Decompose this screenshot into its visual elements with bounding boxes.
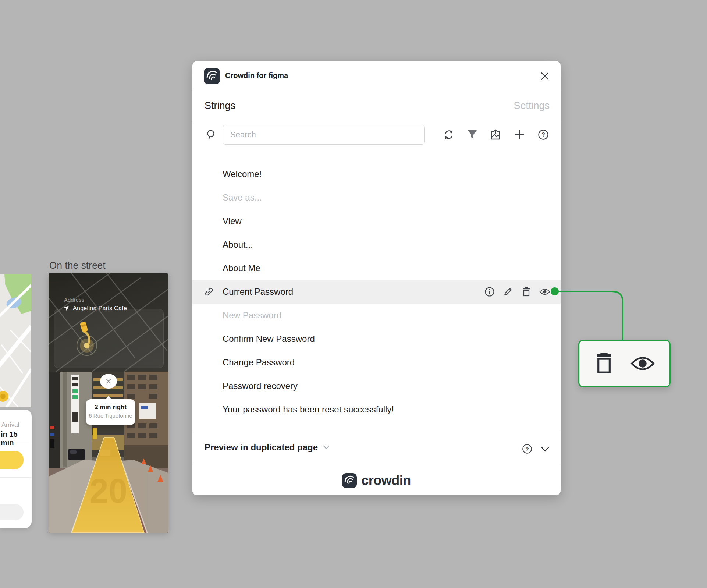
search-icon bbox=[206, 129, 217, 140]
list-item[interactable]: Password recovery bbox=[192, 374, 561, 398]
secondary-button-partial[interactable] bbox=[0, 504, 24, 520]
navigation-arrow-icon bbox=[63, 305, 69, 311]
link-icon bbox=[204, 287, 214, 297]
sync-icon[interactable] bbox=[443, 129, 455, 141]
dialog-footer: crowdin bbox=[192, 465, 561, 496]
list-item-label: Save as... bbox=[223, 192, 262, 203]
list-item-label: Confirm New Password bbox=[223, 334, 315, 344]
list-item-label: Password recovery bbox=[223, 381, 298, 391]
crowdin-plugin-dialog: Crowdin for figma Strings Settings bbox=[192, 61, 561, 495]
help-icon[interactable]: ? bbox=[537, 129, 549, 141]
svg-text:?: ? bbox=[541, 132, 545, 138]
list-item-label: New Password bbox=[223, 310, 281, 320]
list-item-label: About Me bbox=[223, 263, 260, 273]
close-icon bbox=[106, 379, 111, 384]
list-item[interactable]: View bbox=[192, 209, 561, 233]
list-item[interactable]: Welcome! bbox=[192, 162, 561, 186]
export-image-icon[interactable] bbox=[490, 129, 501, 141]
tab-settings[interactable]: Settings bbox=[514, 100, 550, 111]
ar-map-overlay: Address Angelina Paris Cafe bbox=[49, 273, 168, 372]
address-label: Address bbox=[64, 297, 84, 303]
delete-icon[interactable] bbox=[521, 286, 532, 297]
info-icon[interactable] bbox=[484, 286, 495, 297]
preview-icon[interactable] bbox=[630, 355, 655, 372]
arrival-card-partial: Arrival in 15 min bbox=[0, 410, 32, 528]
tab-strings[interactable]: Strings bbox=[205, 100, 235, 111]
list-item[interactable]: About... bbox=[192, 233, 561, 256]
direction-title: 2 min right bbox=[86, 404, 135, 411]
direction-card: 2 min right 6 Rue Tiquetonne bbox=[86, 399, 135, 425]
actions-tooltip bbox=[578, 340, 671, 387]
list-item[interactable]: About Me bbox=[192, 256, 561, 280]
list-item[interactable]: Save as... bbox=[192, 186, 561, 209]
collapse-chevron-icon[interactable] bbox=[540, 444, 550, 454]
list-item[interactable]: Your password has been reset successfull… bbox=[192, 398, 561, 421]
help-icon[interactable]: ? bbox=[522, 443, 533, 454]
search-input[interactable] bbox=[223, 125, 425, 145]
arrival-time: in 15 min bbox=[1, 430, 32, 447]
divider bbox=[0, 444, 32, 444]
map-glass-card bbox=[54, 309, 164, 368]
phone-mockup: Address Angelina Paris Cafe bbox=[49, 273, 168, 533]
divider bbox=[0, 477, 32, 478]
list-item[interactable]: Change Password bbox=[192, 351, 561, 374]
add-icon[interactable] bbox=[514, 129, 525, 141]
preview-mode-label: Preview in duplicated page bbox=[205, 442, 318, 453]
list-item-label: Current Password bbox=[223, 287, 293, 297]
list-item-label: Your password has been reset successfull… bbox=[223, 404, 394, 415]
list-item-label: Change Password bbox=[223, 357, 295, 368]
dialog-title: Crowdin for figma bbox=[225, 71, 288, 80]
ar-street-view: 20 2 min right 6 Rue Tiquetonne bbox=[49, 372, 168, 533]
crowdin-logo-icon bbox=[342, 473, 357, 488]
arrival-label: Arrival bbox=[1, 421, 19, 429]
list-item[interactable]: New Password bbox=[192, 304, 561, 327]
primary-button-partial[interactable] bbox=[0, 451, 24, 469]
map-screenshot-partial bbox=[0, 274, 31, 407]
preview-bar: Preview in duplicated page ? bbox=[192, 430, 561, 465]
list-item-label: View bbox=[223, 216, 242, 226]
svg-text:?: ? bbox=[525, 446, 529, 452]
toolbar: ? bbox=[192, 121, 561, 162]
strings-list: Welcome! Save as... View About... About … bbox=[192, 162, 561, 430]
address-value: Angelina Paris Cafe bbox=[73, 305, 127, 312]
list-item[interactable]: Confirm New Password bbox=[192, 327, 561, 351]
filter-icon[interactable] bbox=[466, 129, 478, 141]
ar-close-button[interactable] bbox=[100, 374, 117, 389]
preview-icon[interactable] bbox=[539, 286, 550, 297]
chevron-down-icon bbox=[323, 445, 330, 450]
close-icon[interactable] bbox=[539, 70, 551, 82]
map-art bbox=[0, 274, 31, 407]
list-item-label: About... bbox=[223, 240, 253, 250]
crowdin-logo-icon bbox=[204, 68, 220, 84]
preview-mode-selector[interactable]: Preview in duplicated page bbox=[205, 442, 330, 453]
figma-frame-label: On the street bbox=[49, 260, 106, 271]
direction-subtitle: 6 Rue Tiquetonne bbox=[86, 412, 135, 419]
list-item[interactable]: Current Password bbox=[192, 280, 561, 304]
delete-icon[interactable] bbox=[594, 353, 614, 374]
list-item-label: Welcome! bbox=[223, 169, 262, 179]
tab-bar: Strings Settings bbox=[192, 91, 561, 121]
crowdin-wordmark: crowdin bbox=[361, 473, 411, 488]
svg-text:20: 20 bbox=[90, 472, 127, 510]
dialog-header: Crowdin for figma bbox=[192, 61, 561, 91]
edit-icon[interactable] bbox=[502, 286, 514, 297]
